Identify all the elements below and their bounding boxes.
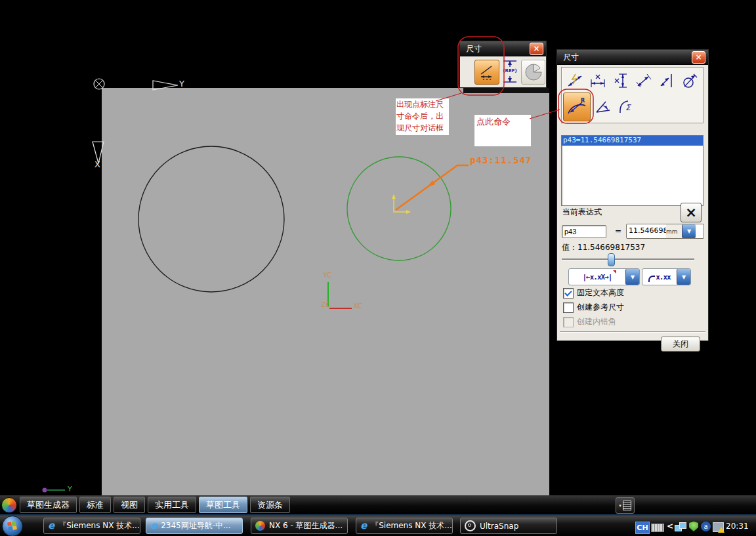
slider-track xyxy=(562,258,694,260)
toolbar-options-doc-icon xyxy=(623,501,631,510)
taskbar-button-siemens-2[interactable]: e 『Siemens NX 技术... xyxy=(356,518,453,534)
svg-text:R: R xyxy=(581,98,585,104)
taskbar-button-label: 『Siemens NX 技术... xyxy=(58,520,140,531)
vertical-dimension-icon xyxy=(612,73,629,89)
dimension-dialog-title: 尺寸 xyxy=(563,52,579,63)
tab-sketch-generator[interactable]: 草图生成器 xyxy=(20,497,77,513)
radius-dimension-value[interactable]: p43:11.547 xyxy=(470,155,532,165)
keyboard-icon[interactable] xyxy=(651,524,664,532)
toolbar-options-button[interactable]: ▾ xyxy=(616,497,635,514)
sketch-plane[interactable] xyxy=(102,88,549,495)
radius-dimension-icon: R xyxy=(566,96,587,117)
nx-logo-icon xyxy=(1,497,17,513)
delete-expression-button[interactable]: × xyxy=(681,203,702,222)
fixed-text-height-checkbox[interactable] xyxy=(563,288,574,299)
taskbar-button-nx[interactable]: NX 6 - 草图生成器... xyxy=(251,518,348,534)
perimeter-dimension-icon: Σ xyxy=(618,98,637,114)
dimension-dialog-titlebar[interactable]: 尺寸 × xyxy=(557,50,708,65)
inferred-dimension-button[interactable] xyxy=(564,71,586,91)
close-button[interactable]: 关闭 xyxy=(661,337,700,352)
dimension-type-toolbar: R Σ xyxy=(561,67,704,123)
wcs-mini-icon xyxy=(43,488,66,493)
nx-application-window: Y X YC ZC XC Y p43:11.547 出现点标注尺 寸命令后，出 … xyxy=(0,0,756,536)
network-warning-icon[interactable] xyxy=(713,522,724,532)
text-height-slider[interactable] xyxy=(562,253,694,266)
reference-dimension-button[interactable]: (REF) xyxy=(501,59,519,84)
text-orientation-arrow-button[interactable]: ▼ xyxy=(677,269,690,285)
windows-taskbar: e 『Siemens NX 技术... e 2345网址导航-中... NX 6… xyxy=(0,516,756,536)
text-orientation-dropdown[interactable]: x.xx ▼ xyxy=(642,268,691,285)
nx-icon xyxy=(255,521,265,531)
start-button[interactable] xyxy=(2,516,23,536)
parallel-dimension-button[interactable] xyxy=(633,71,655,91)
angular-dimension-icon xyxy=(595,98,612,114)
plane-x-axis-label: X xyxy=(94,159,100,169)
taskbar-button-label: 『Siemens NX 技术... xyxy=(371,520,452,531)
text-orientation-label: x.xx xyxy=(642,269,677,285)
reference-dimension-label: 创建参考尺寸 xyxy=(577,302,624,313)
vertical-dimension-button[interactable] xyxy=(610,71,632,91)
dimension-style-label: |←x.xX→| xyxy=(569,269,625,285)
taskbar-clock[interactable]: 20:31 xyxy=(726,522,749,531)
ime-indicator[interactable]: CH xyxy=(635,522,650,534)
alternate-angle-label: 创建内错角 xyxy=(577,316,616,327)
tray-collapse-chevron[interactable]: < xyxy=(667,522,673,531)
perpendicular-dimension-button[interactable] xyxy=(656,71,678,91)
mini-dialog-title: 尺寸 xyxy=(466,43,482,54)
tab-view[interactable]: 视图 xyxy=(114,497,145,513)
equals-sign: = xyxy=(615,226,621,236)
app-a-icon[interactable]: a xyxy=(701,522,711,531)
ie-icon: e xyxy=(150,521,157,531)
svg-text:Σ: Σ xyxy=(625,103,631,112)
tab-sketch-tools[interactable]: 草图工具 xyxy=(199,497,247,513)
current-expression-label: 当前表达式 xyxy=(562,207,602,218)
zc-axis-label: ZC xyxy=(321,300,331,309)
expression-list-item[interactable]: p43=11.54669817537 xyxy=(562,136,703,146)
xc-axis-label: XC xyxy=(353,302,362,310)
expression-listbox[interactable]: p43=11.54669817537 xyxy=(561,135,704,206)
mini-dialog-body: (REF) xyxy=(460,56,546,87)
mini-dialog-close-button[interactable]: × xyxy=(530,43,543,55)
dimension-style-dropdown[interactable]: |←x.xX→| ▼ xyxy=(568,268,640,285)
network-computers-icon[interactable] xyxy=(675,522,686,531)
tab-utility-tools[interactable]: 实用工具 xyxy=(148,497,196,513)
taskbar-button-label: 2345网址导航-中... xyxy=(161,520,230,531)
slider-thumb[interactable] xyxy=(608,253,615,266)
taskbar-button-2345[interactable]: e 2345网址导航-中... xyxy=(146,518,243,534)
fixed-text-height-row[interactable]: 固定文本高度 xyxy=(563,287,624,299)
ie-icon: e xyxy=(48,521,54,531)
security-shield-icon[interactable] xyxy=(689,522,698,531)
mini-dialog-titlebar[interactable]: 尺寸 × xyxy=(460,41,546,56)
linear-dimension-button[interactable] xyxy=(474,60,499,85)
horizontal-dimension-icon xyxy=(589,73,606,89)
taskbar-button-ultrasnap[interactable]: UltraSnap xyxy=(460,518,557,534)
toolbar-options-arrow-icon: ▾ xyxy=(619,503,621,508)
dimension-dialog-close-button[interactable]: × xyxy=(692,51,705,64)
taskbar-button-label: UltraSnap xyxy=(480,522,518,531)
expression-name-input[interactable] xyxy=(562,225,606,238)
value-input[interactable]: 11.546698 xyxy=(627,224,666,238)
leader-curve-icon xyxy=(648,276,655,282)
horizontal-dimension-button[interactable] xyxy=(587,71,609,91)
reference-dimension-checkbox[interactable] xyxy=(563,302,574,313)
value-combo[interactable]: 11.546698 mm ▼ xyxy=(626,224,704,239)
yc-axis-label: YC xyxy=(323,271,332,279)
dimension-style-arrow-button[interactable]: ▼ xyxy=(625,269,639,285)
reference-dimension-row[interactable]: 创建参考尺寸 xyxy=(563,302,624,313)
mini-dimension-dialog: 尺寸 × (REF) xyxy=(459,41,547,88)
ultrasnap-icon xyxy=(465,520,476,531)
wcs-mini-y-label: Y xyxy=(68,485,72,493)
value-readout-label: 值：11.54669817537 xyxy=(562,242,645,253)
unit-dropdown-button[interactable]: ▼ xyxy=(682,224,696,238)
diameter-dimension-button[interactable] xyxy=(679,71,701,91)
radius-dimension-button[interactable]: R xyxy=(563,93,591,121)
tab-standard[interactable]: 标准 xyxy=(79,497,111,513)
inferred-dimension-icon xyxy=(566,73,583,89)
angular-dimension-button[interactable] xyxy=(593,96,614,116)
tab-resource-bar[interactable]: 资源条 xyxy=(250,497,290,513)
taskbar-button-siemens-1[interactable]: e 『Siemens NX 技术... xyxy=(43,518,140,534)
diameter-dimension-icon xyxy=(681,73,698,89)
alternate-angle-checkbox xyxy=(563,317,574,327)
perimeter-dimension-button2[interactable]: Σ xyxy=(616,96,639,116)
perimeter-dimension-button[interactable] xyxy=(521,60,545,85)
